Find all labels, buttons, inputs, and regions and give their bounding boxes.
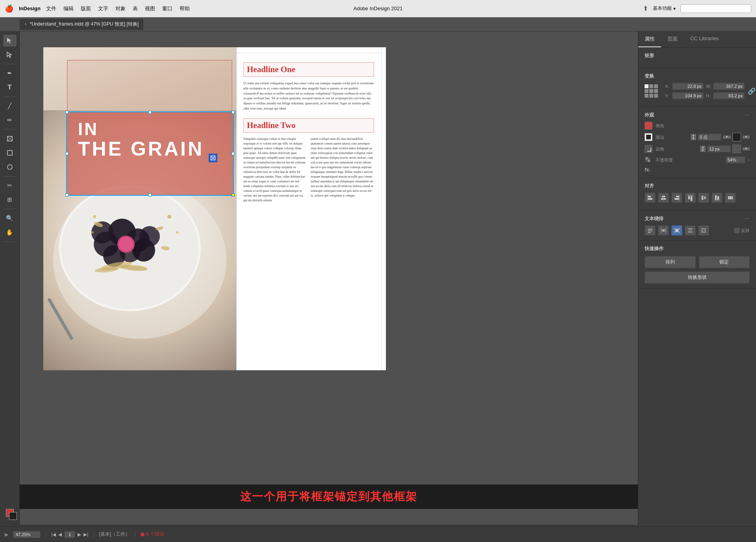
ref-cell-tl[interactable]	[645, 84, 649, 88]
wrap-around-shape[interactable]	[671, 225, 682, 236]
menu-table[interactable]: 表	[133, 5, 138, 12]
align-left-edge[interactable]	[645, 193, 656, 203]
svg-rect-71	[688, 228, 693, 229]
fx-button[interactable]: fx.	[645, 167, 650, 173]
svg-rect-50	[715, 195, 717, 200]
corner-value-input[interactable]	[707, 145, 731, 152]
zoom-input[interactable]	[13, 531, 41, 538]
distribute-horizontal[interactable]	[725, 193, 736, 203]
document-tab[interactable]: × *Understand_frames.indd @ 47% [GPU 预览]…	[20, 19, 143, 30]
share-icon[interactable]: ⬆	[643, 5, 648, 12]
stroke-color[interactable]	[9, 512, 17, 520]
apple-menu[interactable]: 🍎	[5, 4, 13, 13]
align-top-edge[interactable]	[685, 193, 696, 203]
stroke-value-input[interactable]	[698, 134, 721, 141]
lock-button[interactable]: 锁定	[699, 256, 750, 268]
wrap-next-frame[interactable]	[698, 225, 709, 236]
rectangle-frame-tool[interactable]	[3, 133, 17, 145]
wrap-jump-over[interactable]	[685, 225, 696, 236]
menu-type[interactable]: 文字	[98, 5, 108, 12]
wrap-none[interactable]	[645, 225, 656, 236]
page-input[interactable]	[64, 531, 75, 538]
wrap-around-box[interactable]	[658, 225, 669, 236]
page-navigation: |◀ ◀ ▶ ▶|	[51, 531, 88, 538]
canvas-area[interactable]: IN THE GRAIN	[20, 32, 638, 525]
align-center-vertical[interactable]	[698, 193, 709, 203]
convert-shape-button[interactable]: 转换形状	[645, 271, 750, 284]
selection-tool[interactable]	[3, 35, 17, 46]
corner-swatch[interactable]	[645, 145, 652, 153]
body-text-one[interactable]: Ut eatur aut estiunt veliquatias exped m…	[243, 81, 374, 111]
tab-pages[interactable]: 页面	[661, 32, 684, 47]
menu-help[interactable]: 帮助	[180, 5, 190, 12]
ref-cell-mc[interactable]	[649, 89, 653, 93]
opacity-expand[interactable]: ›	[749, 158, 750, 162]
direct-selection-tool[interactable]	[3, 49, 17, 61]
corner-type-dropdown[interactable]: ▼	[743, 147, 750, 150]
first-page-btn[interactable]: |◀	[51, 532, 56, 537]
w-input[interactable]	[713, 83, 745, 90]
corner-type-swatch[interactable]	[732, 145, 741, 153]
ref-cell-mr[interactable]	[654, 89, 658, 93]
tab-properties[interactable]: 属性	[638, 32, 661, 47]
type-tool[interactable]: T	[3, 82, 17, 93]
line-tool[interactable]: ╱	[3, 100, 17, 112]
menu-window[interactable]: 窗口	[162, 5, 172, 12]
constrain-proportions[interactable]: 🔗	[748, 87, 756, 95]
menu-file[interactable]: 文件	[46, 5, 56, 12]
appearance-more[interactable]: ···	[745, 111, 750, 119]
menu-view[interactable]: 视图	[145, 5, 155, 12]
ellipse-tool[interactable]	[3, 161, 17, 173]
stroke-swatch-wrapper	[645, 133, 652, 141]
column-one-text[interactable]: Soluptinti consequa volum et laut volupt…	[243, 137, 307, 203]
x-input[interactable]	[672, 83, 704, 90]
view-toggle[interactable]: ▶	[5, 532, 8, 537]
tab-cc-libraries[interactable]: CC Libraries	[684, 32, 725, 47]
align-right-edge[interactable]	[671, 193, 682, 203]
stroke-decrement[interactable]: ▼	[691, 137, 696, 140]
headline-one-box[interactable]: Headline One	[243, 62, 374, 77]
rectangle-tool[interactable]	[3, 147, 17, 159]
ref-cell-bc[interactable]	[649, 94, 653, 98]
pencil-tool[interactable]: ✏	[3, 114, 17, 126]
workspace-button[interactable]: 基本功能 ▾	[653, 5, 676, 12]
zoom-tool[interactable]: 🔍	[3, 212, 17, 224]
toolbar-separator-4	[4, 176, 16, 176]
menu-edit[interactable]: 编辑	[63, 5, 74, 12]
ref-cell-bl[interactable]	[645, 94, 649, 98]
scissors-tool[interactable]: ✂	[3, 180, 17, 191]
free-transform-tool[interactable]: ⊞	[3, 194, 17, 206]
pen-tool[interactable]: ✒	[3, 67, 17, 79]
last-page-btn[interactable]: ▶|	[83, 532, 88, 537]
menu-layout[interactable]: 版面	[81, 5, 91, 12]
opacity-input[interactable]	[726, 156, 745, 163]
app-name-menu[interactable]: InDesign	[19, 6, 41, 11]
reference-point-grid[interactable]	[645, 84, 658, 98]
stroke-color-dropdown[interactable]: ▼	[743, 136, 750, 139]
corner-decrement[interactable]: ▼	[700, 149, 706, 152]
next-page-btn[interactable]: ▶	[78, 532, 81, 537]
arrange-button[interactable]: 排列	[645, 256, 696, 268]
stroke-color-swatch[interactable]	[732, 133, 741, 141]
align-bottom-edge[interactable]	[712, 193, 723, 203]
fill-swatch[interactable]	[645, 122, 652, 130]
prev-page-btn[interactable]: ◀	[58, 532, 62, 537]
hand-tool[interactable]: ✋	[3, 226, 17, 238]
ref-cell-tr[interactable]	[654, 84, 658, 88]
stroke-dropdown[interactable]: ▼	[723, 136, 731, 139]
preflight-error[interactable]: 6 个错误	[141, 531, 164, 538]
tab-close-btn[interactable]: ×	[24, 22, 27, 26]
reverse-checkbox[interactable]	[734, 228, 739, 233]
grain-text-box[interactable]: IN THE GRAIN	[67, 112, 233, 195]
y-input[interactable]	[672, 92, 704, 99]
ref-cell-br[interactable]	[654, 94, 658, 98]
headline-two-box[interactable]: Headline Two	[243, 118, 374, 133]
ref-cell-tc[interactable]	[649, 84, 653, 88]
h-input[interactable]	[713, 92, 745, 99]
menu-object[interactable]: 对象	[115, 5, 126, 12]
column-two-text[interactable]: autem eveliqui num dis mos duciandebist …	[311, 137, 374, 203]
align-center-horizontal[interactable]	[658, 193, 669, 203]
text-wrap-more[interactable]: ···	[745, 215, 750, 222]
search-input[interactable]	[680, 4, 751, 13]
ref-cell-ml[interactable]	[645, 89, 649, 93]
